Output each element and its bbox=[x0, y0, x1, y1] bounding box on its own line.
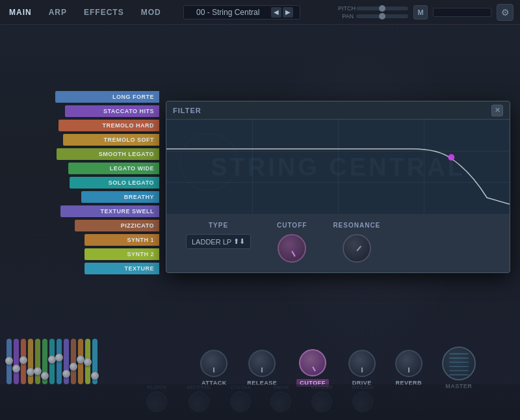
bottom-control-group: REVERB bbox=[395, 350, 422, 386]
fader-channel[interactable] bbox=[71, 339, 76, 384]
fader-channel[interactable] bbox=[78, 339, 83, 384]
filter-curve bbox=[166, 120, 510, 214]
reflection-label: RELEASE bbox=[187, 384, 211, 390]
instrument-label: SYNTH 2 bbox=[127, 251, 154, 257]
tab-effects[interactable]: EFFECTS bbox=[81, 7, 127, 18]
fader-channel[interactable] bbox=[64, 339, 69, 384]
instrument-label: TREMOLO HARD bbox=[103, 122, 155, 129]
right-controls: PITCH PAN M ⚙ bbox=[338, 0, 514, 25]
instrument-item[interactable]: STACCATO HITS bbox=[0, 104, 159, 118]
bottom-control-group: DRIVE bbox=[348, 350, 376, 386]
filter-resonance-knob[interactable] bbox=[343, 234, 371, 263]
instrument-item[interactable]: SMOOTH LEGATO bbox=[0, 147, 159, 161]
bottom-knob-release[interactable] bbox=[248, 350, 276, 377]
reflection-group: MASTER bbox=[352, 384, 373, 412]
reflection-knob bbox=[188, 391, 209, 412]
svg-point-0 bbox=[448, 154, 454, 161]
reflection-knob bbox=[352, 391, 373, 412]
reflection-knob bbox=[230, 391, 251, 412]
fader-channel[interactable] bbox=[42, 339, 47, 384]
knob-indicator bbox=[361, 367, 363, 373]
instrument-label: SMOOTH LEGATO bbox=[99, 151, 154, 157]
fader-knob bbox=[91, 372, 99, 380]
filter-titlebar: FILTER ✕ bbox=[166, 101, 510, 120]
instrument-item[interactable]: SOLO LEGATO bbox=[0, 176, 159, 190]
instrument-list: LONG FORTESTACCATO HITSTREMOLO HARDTREMO… bbox=[0, 25, 159, 355]
fader-channel[interactable] bbox=[49, 339, 55, 384]
tab-mod[interactable]: MOD bbox=[138, 7, 164, 18]
fader-channel[interactable] bbox=[6, 339, 12, 384]
fader-channel[interactable] bbox=[21, 339, 26, 384]
pan-slider[interactable] bbox=[356, 14, 408, 18]
bottom-knob-drive[interactable] bbox=[348, 350, 376, 377]
instrument-label: TREMOLO SOFT bbox=[104, 137, 155, 143]
knob-indicator bbox=[408, 367, 410, 373]
pan-thumb bbox=[379, 13, 385, 20]
preset-display: 00 - String Central ◀ ▶ bbox=[183, 5, 300, 20]
resonance-indicator bbox=[356, 246, 361, 252]
instrument-label: TEXTURE bbox=[124, 265, 154, 272]
fader-section bbox=[6, 326, 156, 384]
pitch-pan-section: PITCH PAN bbox=[338, 5, 408, 20]
instrument-label: SOLO LEGATO bbox=[109, 179, 154, 186]
bottom-knob-cutoff[interactable] bbox=[299, 349, 326, 376]
m-button[interactable]: M bbox=[413, 5, 428, 20]
reflection-knob bbox=[311, 391, 332, 412]
bottom-knob-reverb[interactable] bbox=[395, 350, 422, 377]
pitch-row: PITCH bbox=[338, 5, 408, 12]
nav-tabs: MAIN ARP EFFECTS MOD bbox=[6, 7, 164, 18]
gear-button[interactable]: ⚙ bbox=[497, 4, 514, 21]
fader-channel[interactable] bbox=[28, 339, 33, 384]
instrument-label: LONG FORTE bbox=[112, 94, 154, 100]
instrument-item[interactable]: TEXTURE bbox=[0, 261, 159, 276]
filter-cutoff-knob[interactable] bbox=[278, 234, 306, 263]
reflection-label: MASTER bbox=[352, 384, 373, 390]
fader-knob bbox=[5, 357, 13, 365]
reflection-group: DRIVE bbox=[270, 384, 291, 412]
instrument-item[interactable]: SYNTH 1 bbox=[0, 233, 159, 247]
instrument-item[interactable]: SYNTH 2 bbox=[0, 247, 159, 261]
tab-arp[interactable]: ARP bbox=[46, 7, 70, 18]
filter-resonance-label: RESONANCE bbox=[333, 222, 380, 229]
filter-resonance-group: RESONANCE bbox=[333, 222, 380, 263]
instrument-item[interactable]: LEGATO WIDE bbox=[0, 161, 159, 176]
knob-indicator bbox=[213, 367, 214, 373]
reflection-knob bbox=[270, 391, 291, 412]
instrument-item[interactable]: PIZZICATO bbox=[0, 218, 159, 233]
reflection-content: ATTACKRELEASECUTOFFDRIVEREVERBMASTER bbox=[0, 384, 520, 415]
reflection-group: CUTOFF bbox=[230, 384, 251, 412]
instrument-item[interactable]: TEXTURE SWELL bbox=[0, 204, 159, 218]
preset-name: 00 - String Central bbox=[190, 8, 266, 17]
master-knob[interactable] bbox=[442, 347, 476, 380]
filter-cutoff-label: CUTOFF bbox=[277, 222, 307, 229]
knob-indicator bbox=[312, 367, 316, 372]
bottom-knob-attack[interactable] bbox=[200, 350, 228, 377]
fader-channel[interactable] bbox=[35, 339, 40, 384]
filter-type-value: LADDER LP bbox=[192, 238, 231, 246]
reflection-label: CUTOFF bbox=[230, 384, 251, 390]
fader-knob bbox=[70, 363, 77, 371]
filter-controls: TYPE LADDER LP ⬆⬇ CUTOFF RESONANCE bbox=[166, 214, 510, 270]
filter-dialog: FILTER ✕ STRING CENTRAL TYPE LADDER LP bbox=[166, 101, 510, 273]
filter-title: FILTER bbox=[173, 107, 491, 114]
fader-channel[interactable] bbox=[85, 339, 90, 384]
tab-main[interactable]: MAIN bbox=[6, 7, 34, 18]
reflection-label: DRIVE bbox=[273, 384, 289, 390]
fader-knob bbox=[12, 365, 20, 373]
instrument-item[interactable]: TREMOLO SOFT bbox=[0, 133, 159, 147]
filter-type-group: TYPE LADDER LP ⬆⬇ bbox=[186, 222, 251, 249]
fader-knob bbox=[41, 372, 49, 380]
filter-type-select[interactable]: LADDER LP ⬆⬇ bbox=[186, 234, 251, 249]
instrument-item[interactable]: LONG FORTE bbox=[0, 90, 159, 104]
pan-label: PAN bbox=[338, 13, 354, 20]
next-preset-button[interactable]: ▶ bbox=[283, 7, 293, 18]
instrument-label: STACCATO HITS bbox=[103, 108, 154, 114]
pitch-slider[interactable] bbox=[356, 7, 408, 10]
prev-preset-button[interactable]: ◀ bbox=[271, 7, 281, 18]
fader-channel[interactable] bbox=[14, 339, 19, 384]
filter-close-button[interactable]: ✕ bbox=[491, 105, 503, 116]
instrument-item[interactable]: BREATHY bbox=[0, 190, 159, 204]
fader-channel[interactable] bbox=[57, 339, 62, 384]
instrument-item[interactable]: TREMOLO HARD bbox=[0, 118, 159, 133]
fader-channel[interactable] bbox=[92, 339, 98, 384]
